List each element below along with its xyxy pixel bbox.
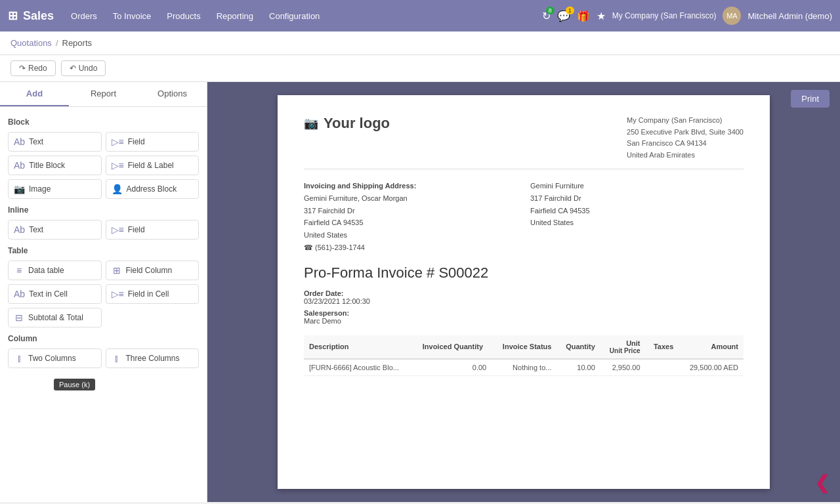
field-in-cell-icon: ▷≡ [112,289,124,299]
billing-address: Gemini Furniture 317 Fairchild Dr Fairfi… [530,180,744,253]
block-address[interactable]: 👤 Address Block [106,179,200,199]
print-button[interactable]: Print [791,90,830,108]
tab-add[interactable]: Add [0,82,69,106]
undo-icon: ↶ [70,64,76,73]
panel-content: Block Ab Text ▷≡ Field Ab Title Block ▷≡… [0,107,207,502]
breadcrumb-quotations[interactable]: Quotations [10,38,52,48]
bill-addr2: Fairfield CA 94535 [530,205,744,217]
two-columns-icon: ⫿ [14,353,24,364]
row-status: Nothing to... [492,359,556,376]
order-date-value: 03/23/2021 12:00:30 [304,297,744,305]
column-section-title: Column [8,334,199,343]
block-field[interactable]: ▷≡ Field [106,132,200,152]
inline-text-label: Text [29,225,43,234]
table-section-title: Table [8,246,199,255]
breadcrumb: Quotations / Reports [0,32,840,55]
title-block-icon: Ab [14,160,25,171]
app-logo[interactable]: ⊞ Sales [8,9,54,23]
ship-addr1: 317 Fairchild Dr [304,205,517,217]
bill-name: Gemini Furniture [530,180,744,192]
three-columns-label: Three Columns [126,354,180,363]
redo-label: Redo [28,64,47,73]
refresh-badge: 8 [546,7,555,14]
two-columns-label: Two Columns [28,354,76,363]
col-amount: Amount [679,335,744,359]
field-column-label: Field Column [126,266,173,275]
inline-field-icon: ▷≡ [112,224,124,235]
nav-to-invoice[interactable]: To Invoice [106,7,158,25]
redo-button[interactable]: ↷ Redo [10,60,56,76]
block-text[interactable]: Ab Text [8,132,102,152]
table-field-in-cell[interactable]: ▷≡ Field in Cell [106,284,200,304]
row-taxes [646,359,679,376]
odoo-logo: ❮ [814,472,830,494]
tab-options[interactable]: Options [138,82,207,106]
user-name: Mitchell Admin (demo) [747,11,832,21]
logo-text: Your logo [324,115,390,132]
salesperson-label: Salesperson: [304,309,349,317]
data-table-label: Data table [28,266,64,275]
col-three-columns[interactable]: ⫿ Three Columns [106,348,200,368]
inline-section-title: Inline [8,205,199,215]
row-amount: 29,500.00 AED [679,359,744,376]
avatar[interactable]: MA [723,7,741,25]
col-inv-qty: Invoiced Quantity [414,335,492,359]
breadcrumb-current: Reports [62,38,93,48]
table-text-in-cell[interactable]: Ab Text in Cell [8,284,102,304]
nav-reporting[interactable]: Reporting [210,7,260,25]
nav-products[interactable]: Products [160,7,207,25]
order-details: Order Date: 03/23/2021 12:00:30 Salesper… [304,289,744,325]
pause-tooltip: Pause (k) [54,379,95,390]
block-field-label: Field [128,137,145,146]
block-title-block[interactable]: Ab Title Block [8,156,102,175]
inline-field-label: Field [128,225,145,234]
nav-configuration[interactable]: Configuration [262,7,326,25]
company-info-block: My Company (San Francisco) 250 Executive… [627,115,744,161]
grid-icon: ⊞ [8,9,18,23]
topbar-right: ↻ 8 💬 1 🎁 ★ My Company (San Francisco) M… [542,7,832,25]
block-field-label-label: Field & Label [128,161,174,170]
table-subtotal[interactable]: ⊟ Subtotal & Total [8,308,102,327]
three-columns-icon: ⫿ [112,353,122,364]
invoicing-label: Invoicing and Shipping Address: [304,180,517,192]
undo-label: Undo [79,64,98,73]
table-data-table[interactable]: ≡ Data table [8,261,102,280]
company-info-addr2: San Francisco CA 94134 [627,138,744,150]
field-label-icon: ▷≡ [112,160,124,171]
col-two-columns[interactable]: ⫿ Two Columns [8,348,102,368]
gift-icon[interactable]: 🎁 [577,10,590,22]
company-info-addr3: United Arab Emirates [627,150,744,161]
breadcrumb-separator: / [56,38,58,48]
block-image[interactable]: 📷 Image [8,179,102,199]
subtotal-label: Subtotal & Total [28,313,83,322]
block-field-label[interactable]: ▷≡ Field & Label [106,156,200,175]
block-address-label: Address Block [127,184,177,194]
block-image-label: Image [29,184,51,194]
ship-name: Gemini Furniture, Oscar Morgan [304,192,517,205]
invoice-table: Description Invoiced Quantity Invoice St… [304,335,744,376]
field-icon: ▷≡ [112,136,124,147]
row-qty: 10.00 [556,359,600,376]
ship-country: United States [304,229,517,242]
text-in-cell-label: Text in Cell [29,289,68,299]
nav-orders[interactable]: Orders [64,7,104,25]
chat-icon[interactable]: 💬 1 [557,10,570,22]
undo-button[interactable]: ↶ Undo [61,60,106,76]
panel-tabs: Add Report Options [0,82,207,107]
table-field-column[interactable]: ⊞ Field Column [106,261,200,280]
right-area: Print 📷 Your logo My Company (San Franci… [207,82,840,502]
company-name: My Company (San Francisco) [612,11,717,20]
row-inv-qty: 0.00 [414,359,492,376]
company-logo[interactable]: 📷 Your logo [304,115,390,132]
col-invoice-status: Invoice Status [492,335,556,359]
tab-report[interactable]: Report [69,82,138,106]
inline-text[interactable]: Ab Text [8,220,102,240]
left-panel: Add Report Options Block Ab Text ▷≡ Fiel… [0,82,207,502]
ship-phone: ☎ (561)-239-1744 [304,242,517,254]
company-info-addr1: 250 Executive Park Blvd, Suite 3400 [627,127,744,138]
star-icon[interactable]: ★ [597,10,606,22]
main-layout: Add Report Options Block Ab Text ▷≡ Fiel… [0,82,840,502]
inline-field[interactable]: ▷≡ Field [106,220,200,240]
refresh-icon[interactable]: ↻ 8 [542,10,551,22]
col-unit-price: Unit Unit Price [600,335,646,359]
